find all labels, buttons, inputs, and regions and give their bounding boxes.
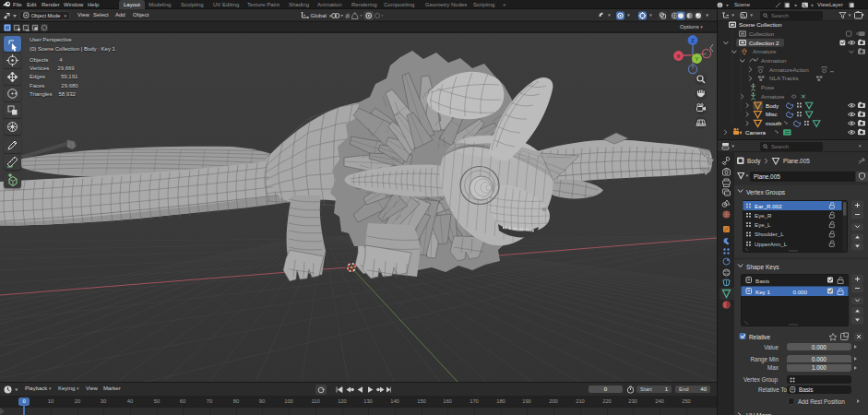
svg-text:Ear_R.002: Ear_R.002 [755, 203, 782, 209]
svg-text:Y: Y [695, 56, 698, 62]
svg-text:Body: Body [747, 158, 761, 165]
svg-text:Camera: Camera [745, 129, 767, 136]
svg-text:Collection: Collection [749, 30, 775, 37]
svg-text:Key 1: Key 1 [755, 289, 770, 295]
svg-text:Armature: Armature [753, 49, 777, 55]
svg-text:Shape Keys: Shape Keys [746, 264, 779, 271]
svg-text:NLA Tracks: NLA Tracks [769, 76, 799, 82]
svg-text:mouth: mouth [766, 120, 782, 126]
svg-text:Scene Collection: Scene Collection [739, 21, 782, 28]
svg-text:Basis: Basis [755, 278, 769, 284]
svg-text:Vertex Groups: Vertex Groups [746, 189, 786, 196]
svg-text:Body: Body [766, 102, 779, 109]
svg-text:Z: Z [691, 38, 695, 43]
svg-text:Collection 2: Collection 2 [749, 40, 779, 46]
svg-text:Plane.005: Plane.005 [783, 158, 810, 164]
svg-text:Relative: Relative [749, 334, 771, 340]
svg-text:UpperArm_L: UpperArm_L [755, 241, 788, 247]
svg-text:Misc: Misc [766, 112, 778, 118]
svg-text:Add Rest Position: Add Rest Position [798, 398, 845, 405]
svg-text:0.000: 0.000 [793, 289, 808, 295]
svg-text:UV Maps: UV Maps [746, 412, 772, 415]
svg-text:Animation: Animation [761, 57, 787, 64]
svg-text:X: X [676, 53, 680, 59]
svg-text:Armature: Armature [761, 93, 785, 100]
svg-text:ArmatureAction: ArmatureAction [769, 66, 809, 73]
svg-text:Shoulder_L: Shoulder_L [755, 231, 784, 237]
svg-text:Pose: Pose [761, 85, 775, 91]
svg-text:Eye_R: Eye_R [755, 212, 772, 219]
svg-text:Eye_L: Eye_L [755, 221, 771, 228]
